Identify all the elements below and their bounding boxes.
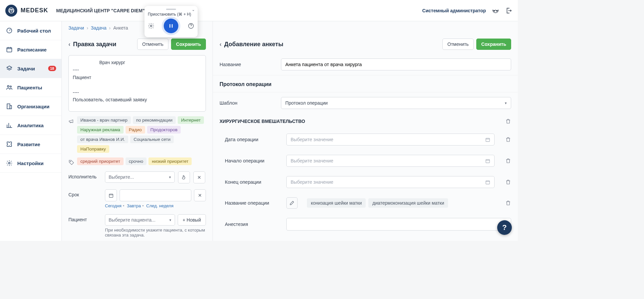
chip[interactable]: Продокторов (147, 126, 181, 134)
save-button[interactable]: Сохранить (171, 39, 206, 50)
drag-handle[interactable] (166, 9, 176, 10)
recording-widget[interactable]: ⌄ Приостановить (⌘ + H) (144, 6, 198, 37)
op-start-input[interactable]: Выберите значение (286, 155, 495, 167)
trash-icon[interactable] (505, 118, 511, 124)
users-icon (6, 84, 13, 91)
patient-select[interactable]: Выберите пациента... ▾ (105, 214, 175, 226)
pause-icon (168, 23, 174, 29)
cancel-button[interactable]: Отменить (137, 39, 168, 50)
user-role[interactable]: Системный администратор (422, 8, 486, 13)
sidebar-item-label: Расписание (17, 47, 46, 52)
pause-button[interactable] (164, 19, 178, 33)
sidebar-item-label: Настройки (17, 160, 44, 166)
template-select[interactable]: Протокол операции ▾ (281, 97, 511, 109)
section-surgery: ХИРУРГИЧЕСКОЕ ВМЕШАТЕЛЬСТВО (220, 119, 305, 124)
anesthesia-label: Анестезия (225, 222, 280, 227)
task-description[interactable]: Врач хирург ---- Пациент ---- Пользовате… (68, 55, 206, 112)
calendar-icon (485, 180, 490, 185)
logo-badge: ⓜ (5, 5, 17, 17)
assign-self-button[interactable] (178, 171, 190, 183)
trash-icon[interactable] (505, 200, 511, 206)
svg-point-4 (7, 85, 9, 87)
op-chip[interactable]: диатермоконизация шейки матки (368, 198, 448, 208)
today-link[interactable]: Сегодня (105, 203, 122, 208)
svg-rect-11 (486, 138, 490, 142)
svg-rect-3 (7, 48, 12, 52)
sidebar-item-label: Аналитика (17, 123, 44, 128)
section-protocol: Протокол операции (213, 75, 518, 92)
gear-icon (6, 160, 13, 166)
hand-icon (181, 175, 187, 180)
op-start-label: Начало операции (225, 158, 280, 163)
center-name: МЕДИЦИНСКИЙ ЦЕНТР "CARPE DIEM" (56, 8, 145, 13)
crumb-tasks[interactable]: Задачи (68, 25, 84, 31)
chip[interactable]: средний приоритет (77, 157, 124, 165)
chip[interactable]: срочно (126, 157, 146, 165)
mask-icon[interactable] (492, 7, 499, 14)
save-button-right[interactable]: Сохранить (476, 39, 511, 50)
op-date-input[interactable]: Выберите значение (286, 134, 495, 146)
channel-chips: Иванов - врач партнер по рекомендации Ин… (77, 116, 206, 153)
clear-executor-button[interactable]: ✕ (193, 171, 205, 183)
topbar: ⓜ MEDESK МЕДИЦИНСКИЙ ЦЕНТР "CARPE DIEM" … (0, 0, 518, 21)
edit-button[interactable] (286, 197, 298, 209)
sidebar-item-analytics[interactable]: Аналитика (0, 116, 61, 135)
left-panel-title: ‹ Правка задачи (68, 41, 116, 48)
help-fab[interactable]: ? (497, 220, 512, 235)
svg-point-14 (150, 25, 152, 27)
name-label: Название (220, 62, 274, 67)
svg-point-0 (494, 10, 495, 11)
anesthesia-input[interactable] (286, 218, 511, 231)
trash-icon[interactable] (505, 158, 511, 164)
op-name-label: Название операции (225, 200, 280, 206)
tomorrow-link[interactable]: Завтра (127, 203, 141, 208)
help-icon[interactable] (188, 23, 194, 29)
chip[interactable]: Иванов - врач партнер (77, 116, 131, 124)
chip[interactable]: по рекомендации (133, 116, 176, 124)
survey-name-input[interactable] (281, 58, 511, 70)
trash-icon[interactable] (505, 137, 511, 143)
svg-rect-6 (7, 104, 10, 109)
clear-due-button[interactable]: ✕ (194, 189, 206, 201)
tasks-badge: 18 (48, 66, 56, 71)
op-end-input[interactable]: Выберите значение (286, 176, 495, 188)
nextweek-link[interactable]: След. неделя (146, 203, 173, 208)
trash-icon[interactable] (505, 179, 511, 185)
chevron-down-icon[interactable]: ⌄ (192, 7, 195, 12)
chip[interactable]: Наружная реклама (77, 126, 124, 134)
sidebar-item-tasks[interactable]: Задачи 18 (0, 59, 61, 78)
right-panel-title: ‹ Добавление анкеты (220, 41, 283, 48)
sidebar-item-settings[interactable]: Настройки (0, 154, 61, 173)
calendar-button[interactable] (105, 189, 117, 201)
due-date-input[interactable] (120, 189, 191, 201)
chip[interactable]: низкий приоритет (148, 157, 192, 165)
cancel-button-right[interactable]: Отменить (442, 39, 474, 50)
svg-point-8 (9, 162, 10, 164)
patient-hint: При необходимости укажите пациента, с ко… (105, 228, 206, 238)
crumb-task[interactable]: Задача (91, 25, 106, 31)
svg-rect-12 (486, 159, 490, 163)
svg-rect-15 (169, 24, 170, 28)
sidebar-item-patients[interactable]: Пациенты (0, 78, 61, 97)
svg-rect-16 (172, 24, 173, 28)
brand-text: MEDESK (21, 7, 48, 14)
sidebar-item-orgs[interactable]: Организации (0, 97, 61, 116)
sidebar-item-growth[interactable]: Развитие (0, 135, 61, 154)
chip[interactable]: Социальные сети (130, 136, 174, 143)
sidebar-item-label: Организации (17, 104, 49, 109)
chip[interactable]: НаПоправку (77, 145, 109, 153)
svg-rect-13 (486, 181, 490, 184)
gear-icon[interactable] (148, 23, 154, 29)
new-patient-button[interactable]: + Новый (178, 214, 206, 226)
logout-icon[interactable] (505, 7, 512, 14)
brand-logo: ⓜ MEDESK (5, 5, 48, 17)
op-chip[interactable]: конизация шейки матки (307, 198, 366, 208)
sidebar-item-schedule[interactable]: Расписание (0, 40, 61, 59)
calendar-icon (485, 137, 490, 142)
chip[interactable]: Радио (126, 126, 145, 134)
chip[interactable]: Интернет (178, 116, 204, 124)
sidebar-item-dashboard[interactable]: Рабочий стол (0, 21, 61, 40)
chip[interactable]: от врача Иванов И.И. (77, 136, 128, 143)
executor-select[interactable]: Выберите... ▾ (105, 171, 175, 183)
sidebar: Рабочий стол Расписание Задачи 18 Пациен… (0, 21, 62, 241)
